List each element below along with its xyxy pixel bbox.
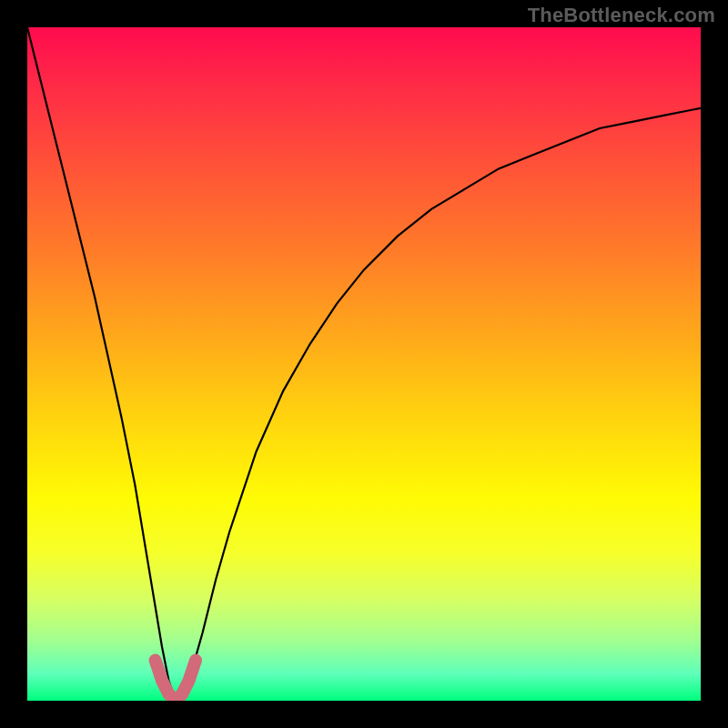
watermark-text: TheBottleneck.com	[528, 4, 715, 27]
bottleneck-curve	[27, 27, 701, 701]
optimal-range-marker	[156, 661, 196, 701]
chart-svg	[27, 27, 701, 701]
chart-frame: TheBottleneck.com	[0, 0, 728, 728]
plot-area	[27, 27, 701, 701]
